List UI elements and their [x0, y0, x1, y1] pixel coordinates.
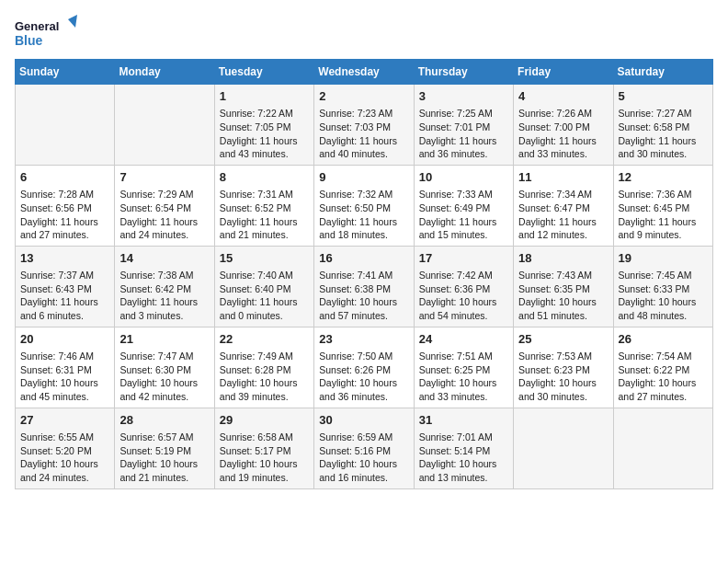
day-info-text: Daylight: 11 hours and 24 minutes.	[119, 215, 209, 242]
calendar-cell: 30Sunrise: 6:59 AMSunset: 5:16 PMDayligh…	[314, 408, 414, 488]
day-info-text: Daylight: 10 hours and 42 minutes.	[119, 376, 209, 403]
col-header-monday: Monday	[115, 60, 214, 85]
day-info-text: Daylight: 11 hours and 3 minutes.	[119, 295, 209, 322]
calendar-week-row: 13Sunrise: 7:37 AMSunset: 6:43 PMDayligh…	[16, 246, 713, 327]
day-info-text: Sunrise: 7:41 AM	[319, 269, 408, 282]
col-header-tuesday: Tuesday	[214, 60, 313, 85]
day-number: 16	[319, 250, 408, 267]
calendar-cell	[115, 85, 214, 166]
day-info-text: Daylight: 10 hours and 54 minutes.	[419, 295, 508, 322]
day-info-text: Sunrise: 7:32 AM	[319, 188, 408, 201]
day-info-text: Sunrise: 7:29 AM	[119, 188, 209, 201]
col-header-friday: Friday	[514, 60, 613, 85]
day-info-text: Sunset: 6:25 PM	[419, 363, 508, 377]
day-number: 11	[518, 169, 608, 186]
calendar-cell: 25Sunrise: 7:53 AMSunset: 6:23 PMDayligh…	[514, 327, 613, 408]
day-info-text: Daylight: 11 hours and 0 minutes.	[220, 295, 309, 322]
day-info-text: Sunset: 6:22 PM	[619, 363, 708, 377]
calendar-cell: 28Sunrise: 6:57 AMSunset: 5:19 PMDayligh…	[115, 408, 214, 488]
day-info-text: Sunrise: 7:54 AM	[619, 350, 708, 363]
day-info-text: Sunrise: 7:38 AM	[119, 269, 209, 282]
day-info-text: Sunrise: 7:25 AM	[419, 107, 508, 121]
day-info-text: Sunset: 6:58 PM	[619, 121, 708, 134]
calendar-week-row: 1Sunrise: 7:22 AMSunset: 7:05 PMDaylight…	[16, 85, 713, 166]
calendar-week-row: 20Sunrise: 7:46 AMSunset: 6:31 PMDayligh…	[16, 327, 713, 408]
calendar-cell	[514, 408, 613, 488]
calendar-cell: 31Sunrise: 7:01 AMSunset: 5:14 PMDayligh…	[414, 408, 513, 488]
day-info-text: Daylight: 10 hours and 27 minutes.	[619, 376, 708, 403]
col-header-saturday: Saturday	[613, 60, 712, 85]
day-info-text: Sunset: 6:50 PM	[319, 201, 408, 215]
day-info-text: Sunrise: 7:34 AM	[518, 188, 608, 201]
day-info-text: Sunrise: 7:40 AM	[220, 269, 309, 282]
calendar-cell: 3Sunrise: 7:25 AMSunset: 7:01 PMDaylight…	[414, 85, 513, 166]
day-info-text: Sunrise: 7:49 AM	[220, 350, 309, 363]
calendar-cell: 18Sunrise: 7:43 AMSunset: 6:35 PMDayligh…	[514, 246, 613, 327]
calendar-body: 1Sunrise: 7:22 AMSunset: 7:05 PMDaylight…	[16, 85, 713, 489]
calendar-week-row: 6Sunrise: 7:28 AMSunset: 6:56 PMDaylight…	[16, 165, 713, 246]
day-info-text: Sunset: 6:38 PM	[319, 282, 408, 296]
day-info-text: Daylight: 10 hours and 16 minutes.	[319, 457, 408, 484]
day-number: 8	[220, 169, 309, 186]
day-number: 15	[220, 250, 309, 267]
day-info-text: Sunrise: 6:58 AM	[220, 431, 309, 444]
calendar-cell: 21Sunrise: 7:47 AMSunset: 6:30 PMDayligh…	[115, 327, 214, 408]
day-number: 20	[20, 331, 109, 348]
day-info-text: Daylight: 11 hours and 15 minutes.	[419, 215, 508, 242]
day-info-text: Sunset: 6:56 PM	[20, 201, 109, 215]
day-info-text: Sunset: 6:52 PM	[220, 201, 309, 215]
day-info-text: Daylight: 11 hours and 43 minutes.	[220, 134, 309, 161]
day-info-text: Sunrise: 7:42 AM	[419, 269, 508, 282]
day-info-text: Sunset: 5:14 PM	[419, 444, 508, 458]
day-info-text: Sunrise: 7:26 AM	[518, 107, 608, 121]
day-number: 5	[619, 88, 708, 105]
day-info-text: Sunrise: 7:51 AM	[419, 350, 508, 363]
day-info-text: Daylight: 10 hours and 13 minutes.	[419, 457, 508, 484]
calendar-cell	[16, 85, 115, 166]
day-number: 26	[619, 331, 708, 348]
day-info-text: Sunset: 5:16 PM	[319, 444, 408, 458]
day-info-text: Sunset: 7:03 PM	[319, 121, 408, 134]
day-info-text: Sunset: 6:54 PM	[119, 201, 209, 215]
calendar-cell: 27Sunrise: 6:55 AMSunset: 5:20 PMDayligh…	[16, 408, 115, 488]
day-number: 31	[419, 412, 508, 429]
day-number: 7	[119, 169, 209, 186]
day-number: 14	[119, 250, 209, 267]
calendar-cell: 1Sunrise: 7:22 AMSunset: 7:05 PMDaylight…	[214, 85, 313, 166]
day-info-text: Sunset: 6:23 PM	[518, 363, 608, 377]
day-number: 4	[518, 88, 608, 105]
col-header-wednesday: Wednesday	[314, 60, 414, 85]
day-info-text: Sunrise: 7:43 AM	[518, 269, 608, 282]
day-info-text: Sunset: 7:05 PM	[220, 121, 309, 134]
calendar-cell: 19Sunrise: 7:45 AMSunset: 6:33 PMDayligh…	[613, 246, 712, 327]
calendar-cell: 9Sunrise: 7:32 AMSunset: 6:50 PMDaylight…	[314, 165, 414, 246]
calendar-cell: 10Sunrise: 7:33 AMSunset: 6:49 PMDayligh…	[414, 165, 513, 246]
day-info-text: Daylight: 10 hours and 39 minutes.	[220, 376, 309, 403]
day-info-text: Daylight: 11 hours and 9 minutes.	[619, 215, 708, 242]
day-info-text: Sunset: 6:35 PM	[518, 282, 608, 296]
day-info-text: Sunset: 5:20 PM	[20, 444, 109, 458]
calendar-cell: 7Sunrise: 7:29 AMSunset: 6:54 PMDaylight…	[115, 165, 214, 246]
day-info-text: Sunrise: 6:57 AM	[119, 431, 209, 444]
day-info-text: Sunset: 5:17 PM	[220, 444, 309, 458]
calendar-cell: 6Sunrise: 7:28 AMSunset: 6:56 PMDaylight…	[16, 165, 115, 246]
logo-svg: General Blue	[15, 15, 79, 52]
calendar-cell: 15Sunrise: 7:40 AMSunset: 6:40 PMDayligh…	[214, 246, 313, 327]
day-info-text: Daylight: 10 hours and 51 minutes.	[518, 295, 608, 322]
day-info-text: Sunset: 6:43 PM	[20, 282, 109, 296]
day-number: 19	[619, 250, 708, 267]
calendar-header-row: SundayMondayTuesdayWednesdayThursdayFrid…	[16, 60, 713, 85]
day-number: 24	[419, 331, 508, 348]
page-header: General Blue	[15, 15, 713, 52]
day-info-text: Sunrise: 7:28 AM	[20, 188, 109, 201]
day-info-text: Daylight: 11 hours and 27 minutes.	[20, 215, 109, 242]
day-info-text: Sunset: 6:47 PM	[518, 201, 608, 215]
calendar-cell: 26Sunrise: 7:54 AMSunset: 6:22 PMDayligh…	[613, 327, 712, 408]
day-info-text: Daylight: 10 hours and 36 minutes.	[319, 376, 408, 403]
calendar-cell: 11Sunrise: 7:34 AMSunset: 6:47 PMDayligh…	[514, 165, 613, 246]
day-info-text: Daylight: 11 hours and 12 minutes.	[518, 215, 608, 242]
day-info-text: Sunset: 5:19 PM	[119, 444, 209, 458]
calendar-cell	[613, 408, 712, 488]
svg-text:Blue: Blue	[15, 33, 43, 48]
day-info-text: Sunrise: 7:01 AM	[419, 431, 508, 444]
